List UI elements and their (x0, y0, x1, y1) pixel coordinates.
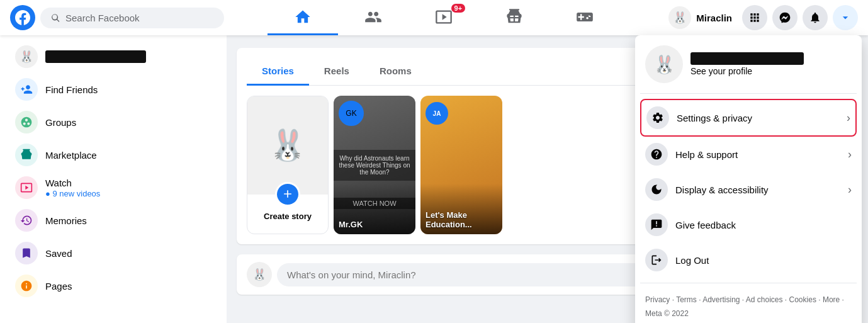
sidebar-label-find-friends: Find Friends (45, 84, 98, 95)
notifications-icon (809, 11, 821, 24)
nav-watch-button[interactable]: 9+ (409, 0, 479, 35)
sidebar-watch-sublabel: ● 9 new videos (45, 189, 100, 198)
user-profile-button[interactable]: 🐰 Miraclin (663, 4, 737, 31)
james-story-card[interactable]: JA Let's Make Education... (420, 96, 502, 234)
marketplace-sidebar-icon (20, 149, 33, 161)
post-avatar: 🐰 (247, 262, 272, 287)
settings-privacy-label: Settings & privacy (677, 113, 839, 123)
create-story-label: Create story (264, 212, 312, 221)
find-friends-icon (20, 83, 33, 96)
dropdown-give-feedback[interactable]: Give feedback (640, 207, 857, 242)
nav-home-button[interactable] (268, 0, 338, 35)
apps-button[interactable] (742, 5, 767, 30)
log-out-label: Log Out (675, 255, 852, 266)
settings-icon-container (646, 106, 669, 129)
sidebar-user-profile[interactable]: 🐰 (5, 40, 222, 73)
logout-icon-container (645, 249, 668, 271)
dropdown-divider-1 (640, 93, 857, 94)
sidebar: 🐰 Find Friends Groups Marketplace Watch … (0, 35, 227, 323)
friends-icon (364, 8, 382, 26)
memories-icon (20, 214, 33, 227)
create-story-card[interactable]: 🐰 Create story (247, 96, 329, 234)
mrgk-avatar-ring: GK (339, 101, 364, 126)
nav-gaming-button[interactable] (550, 0, 620, 35)
dropdown-settings-privacy[interactable]: Settings & privacy › (640, 99, 857, 137)
chevron-down-icon (839, 11, 852, 24)
sidebar-label-pages: Pages (45, 281, 72, 292)
memories-icon-container (15, 209, 38, 232)
marketplace-icon (505, 8, 523, 26)
messenger-icon (779, 11, 791, 24)
sidebar-item-memories[interactable]: Memories (5, 204, 222, 237)
dropdown-divider-2 (640, 283, 857, 283)
saved-icon (20, 247, 33, 259)
watch-icon (435, 8, 453, 26)
groups-icon-container (15, 111, 38, 133)
topnav-right: 🐰 Miraclin (663, 4, 858, 31)
sidebar-label-groups: Groups (45, 117, 76, 128)
account-dropdown: 🐰 See your profile Settings & privacy › … (635, 35, 862, 323)
sidebar-avatar: 🐰 (15, 45, 38, 68)
topnav-center: 9+ (224, 0, 663, 35)
help-icon-container (645, 143, 668, 166)
sidebar-item-watch[interactable]: Watch ● 9 new videos (5, 171, 222, 204)
groups-icon (20, 116, 33, 128)
search-bar[interactable]: Search Facebook (40, 8, 224, 28)
watch-badge: 9+ (451, 4, 466, 13)
moon-icon (650, 183, 663, 196)
footer-links: Privacy · Terms · Advertising · Ad choic… (645, 295, 844, 318)
search-icon (50, 13, 60, 23)
pages-icon-container (15, 275, 38, 297)
logout-icon (650, 254, 663, 266)
sidebar-item-find-friends[interactable]: Find Friends (5, 73, 222, 106)
mrgk-story-card[interactable]: Why did Astronauts learn these Weirdest … (334, 96, 415, 234)
user-avatar: 🐰 (668, 6, 691, 29)
sidebar-label-watch: Watch (45, 178, 100, 188)
watch-sidebar-icon (20, 181, 33, 194)
user-name: Miraclin (696, 13, 732, 23)
sidebar-item-marketplace[interactable]: Marketplace (5, 139, 222, 171)
dropdown-help-support[interactable]: Help & support › (640, 137, 857, 172)
gaming-icon (576, 8, 594, 26)
dropdown-user-name (690, 52, 804, 65)
sidebar-item-groups[interactable]: Groups (5, 106, 222, 139)
display-accessibility-label: Display & accessibility (675, 184, 840, 195)
dropdown-display-accessibility[interactable]: Display & accessibility › (640, 172, 857, 207)
marketplace-icon-container (15, 144, 38, 166)
sidebar-item-pages[interactable]: Pages (5, 269, 222, 302)
pages-icon (20, 280, 33, 292)
dropdown-avatar: 🐰 (645, 45, 683, 83)
settings-icon (651, 111, 664, 124)
help-chevron-icon: › (848, 148, 852, 161)
settings-chevron-icon: › (847, 111, 850, 125)
sidebar-label-marketplace: Marketplace (45, 150, 97, 161)
display-chevron-icon: › (848, 183, 852, 196)
sidebar-item-saved[interactable]: Saved (5, 237, 222, 269)
create-story-image: 🐰 (247, 96, 328, 195)
tab-reels[interactable]: Reels (309, 58, 364, 86)
dropdown-profile-info: See your profile (690, 52, 804, 76)
display-icon-container (645, 178, 668, 201)
james-story-label: Let's Make Education... (426, 210, 497, 229)
plus-icon (281, 188, 294, 200)
help-icon (650, 148, 663, 161)
topnav: Search Facebook 9+ 🐰 Miraclin (0, 0, 868, 35)
sidebar-user-name (45, 50, 146, 63)
feedback-icon (650, 218, 663, 231)
messenger-button[interactable] (772, 5, 798, 30)
nav-marketplace-button[interactable] (479, 0, 550, 35)
story-plus-button[interactable] (275, 182, 300, 207)
tab-rooms[interactable]: Rooms (364, 58, 427, 86)
search-placeholder: Search Facebook (65, 13, 140, 23)
mrgk-story-label: Mr.GK (339, 220, 410, 229)
home-icon (294, 8, 312, 26)
nav-friends-button[interactable] (338, 0, 409, 35)
dropdown-log-out[interactable]: Log Out (640, 242, 857, 278)
facebook-logo[interactable] (10, 5, 35, 30)
dropdown-profile-link[interactable]: 🐰 See your profile (640, 40, 857, 88)
tab-stories[interactable]: Stories (247, 58, 309, 86)
notifications-button[interactable] (803, 5, 828, 30)
account-menu-button[interactable] (833, 5, 858, 30)
dropdown-see-profile: See your profile (690, 66, 804, 76)
sidebar-watch-info: Watch ● 9 new videos (45, 178, 100, 198)
